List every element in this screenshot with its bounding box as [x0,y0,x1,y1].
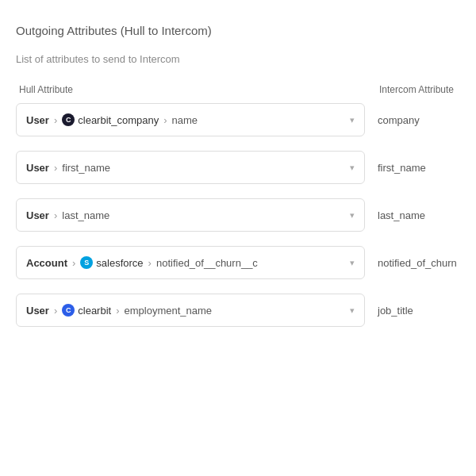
hull-col-label: Hull Attribute [19,84,73,95]
arrow-separator: › [54,209,57,221]
arrow-separator-2: › [116,305,119,317]
hull-attribute-select[interactable]: User›Cclearbit_company›name ▾ [16,103,365,136]
field-label: first_name [62,162,110,174]
intercom-attribute-value: last_name [374,209,460,221]
salesforce-icon: S [80,256,93,269]
chevron-down-icon: ▾ [350,115,355,125]
arrow-separator-2: › [163,114,167,126]
source-label: clearbit_company [78,114,159,126]
entity-label: User [26,114,49,126]
attribute-row: User›first_name ▾ first_name [16,151,460,184]
entity-label: User [26,162,49,174]
entity-label: User [26,305,49,317]
hull-attribute-select[interactable]: Account›Ssalesforce›notified_of__churn__… [16,246,365,279]
attribute-row: User›Cclearbit›employment_name ▾ job_tit… [16,294,460,327]
source-label: clearbit [78,305,111,317]
intercom-attribute-value: first_name [374,162,460,174]
intercom-attribute-value: job_title [374,305,460,317]
arrow-separator-2: › [148,257,152,269]
chevron-down-icon: ▾ [350,163,355,173]
chevron-down-icon: ▾ [350,305,355,316]
arrow-separator: › [54,305,57,317]
attribute-row: User›Cclearbit_company›name ▾ company [16,103,460,136]
arrow-separator: › [54,162,57,174]
arrow-separator: › [72,257,75,269]
hull-attribute-select[interactable]: User›Cclearbit›employment_name ▾ [16,294,365,327]
hull-attribute-select[interactable]: User›last_name ▾ [16,198,365,232]
intercom-col-label: Intercom Attribute [379,84,454,95]
arrow-separator: › [54,114,57,126]
page-title: Outgoing Attributes (Hull to Intercom) [16,24,460,37]
attribute-row: User›last_name ▾ last_name [16,198,460,232]
chevron-down-icon: ▾ [350,258,355,268]
entity-label: Account [26,257,67,269]
clearbit-icon: C [62,304,75,317]
clearbit_company-icon: C [62,113,75,126]
source-label: salesforce [96,257,143,269]
hull-attribute-select[interactable]: User›first_name ▾ [16,151,365,184]
page-subtitle: List of attributes to send to Intercom [16,53,460,65]
field-label: employment_name [125,305,213,317]
field-label: name [172,114,198,126]
attribute-row: Account›Ssalesforce›notified_of__churn__… [16,246,460,279]
field-label: last_name [62,209,109,221]
intercom-attribute-value: notified_of_churn [374,257,460,269]
chevron-down-icon: ▾ [350,210,355,221]
intercom-attribute-value: company [374,114,460,126]
field-label: notified_of__churn__c [156,257,258,269]
entity-label: User [26,209,49,221]
